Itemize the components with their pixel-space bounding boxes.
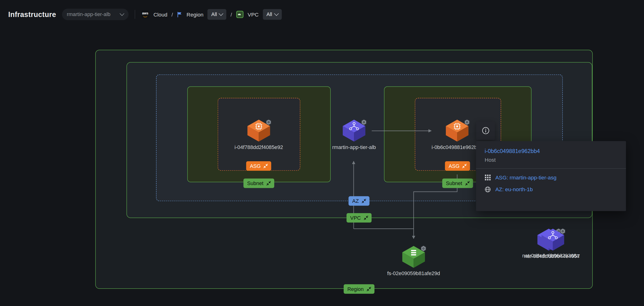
file-system-icon	[400, 245, 427, 269]
breadcrumb-vpc: VPC	[248, 11, 259, 18]
topology-canvas[interactable]: Region VPC AZ Subnet Subnet ASG ASG	[0, 0, 644, 306]
entity-select-value: rmartin-app-tier-alb	[67, 12, 110, 17]
tooltip-host-link[interactable]: i-0b6c049881e962bb4	[485, 148, 618, 154]
breadcrumb-separator: /	[230, 11, 232, 18]
badge-label: ASG	[250, 163, 260, 169]
page-header: Infrastructure rmartin-app-tier-alb aws …	[0, 0, 644, 29]
badge-label: Subnet	[247, 180, 264, 186]
tooltip-asg-link[interactable]: ASG: rmartin-app-tier-asg	[485, 175, 618, 181]
chevron-down-icon	[274, 11, 279, 16]
entity-select[interactable]: rmartin-app-tier-alb	[62, 9, 128, 20]
vpc-collapse-badge[interactable]: VPC	[346, 213, 372, 223]
nat-gateway-icon	[540, 227, 566, 252]
globe-icon	[485, 186, 491, 192]
breadcrumb-cloud[interactable]: Cloud	[154, 11, 167, 18]
divider	[476, 168, 626, 169]
ec2-instance-icon	[246, 119, 272, 143]
badge-label: ASG	[449, 163, 460, 169]
aws-smile	[143, 15, 147, 17]
breadcrumb-separator: /	[172, 11, 173, 18]
badge-label: Region	[348, 286, 364, 292]
node-nat-gateways[interactable]: nat-0d8e8c6b96629368a nat-0d4dcfd89b44e4…	[522, 227, 580, 267]
az-collapse-badge[interactable]: AZ	[348, 196, 370, 206]
node-label: rmartin-app-tier-alb	[321, 144, 387, 150]
collapse-icon	[362, 199, 366, 203]
tooltip-link-label: ASG: rmartin-app-tier-asg	[495, 175, 556, 181]
region-filter-value: All	[211, 12, 217, 17]
collapse-icon	[462, 164, 467, 168]
subnet-right-collapse-badge[interactable]: Subnet	[442, 179, 473, 188]
subnet-left-collapse-badge[interactable]: Subnet	[244, 179, 274, 188]
region-flag-icon	[177, 11, 182, 18]
tooltip-subtitle: Host	[485, 157, 618, 163]
node-ec2-instance-left[interactable]: i-04f788dd2f4085e92	[226, 119, 292, 151]
region-collapse-badge[interactable]: Region	[344, 284, 374, 294]
asg-right-collapse-badge[interactable]: ASG	[445, 161, 470, 171]
breadcrumb-region: Region	[187, 11, 204, 18]
chevron-down-icon	[120, 11, 124, 16]
badge-label: VPC	[350, 215, 361, 221]
aws-logo-icon: aws	[141, 10, 150, 19]
region-filter-dropdown[interactable]: All	[208, 9, 226, 20]
asg-grid-icon	[485, 175, 491, 181]
collapse-icon	[364, 215, 368, 220]
badge-label: Subnet	[446, 180, 462, 186]
node-file-system[interactable]: fs-02e09059b81afe29d	[381, 245, 446, 277]
badge-label: AZ	[352, 198, 359, 204]
node-label: fs-02e09059b81afe29d	[381, 271, 446, 277]
info-button[interactable]	[476, 121, 495, 140]
node-label: nat-0d4dcfd89b44e4957	[523, 253, 581, 260]
aws-logo-text: aws	[142, 12, 148, 15]
vpc-filter-value: All	[266, 12, 272, 17]
infrastructure-page: Infrastructure rmartin-app-tier-alb aws …	[0, 0, 644, 306]
host-tooltip: i-0b6c049881e962bb4 Host ASG: rmartin-ap…	[476, 141, 626, 211]
ec2-instance-icon	[444, 119, 470, 143]
node-label: i-04f788dd2f4085e92	[226, 144, 292, 150]
collapse-icon	[366, 287, 371, 291]
load-balancer-icon	[341, 119, 367, 143]
info-icon	[482, 127, 489, 134]
node-load-balancer[interactable]: rmartin-app-tier-alb	[321, 119, 387, 151]
vpc-icon	[236, 11, 244, 18]
asg-left-collapse-badge[interactable]: ASG	[246, 161, 272, 171]
chevron-down-icon	[219, 11, 224, 16]
divider	[135, 10, 135, 19]
page-title: Infrastructure	[8, 10, 56, 19]
collapse-icon	[264, 164, 268, 168]
collapse-icon	[266, 181, 271, 186]
tooltip-link-label: AZ: eu-north-1b	[495, 186, 533, 192]
vpc-filter-dropdown[interactable]: All	[263, 9, 282, 20]
collapse-icon	[465, 181, 470, 186]
tooltip-az-link[interactable]: AZ: eu-north-1b	[485, 186, 618, 192]
